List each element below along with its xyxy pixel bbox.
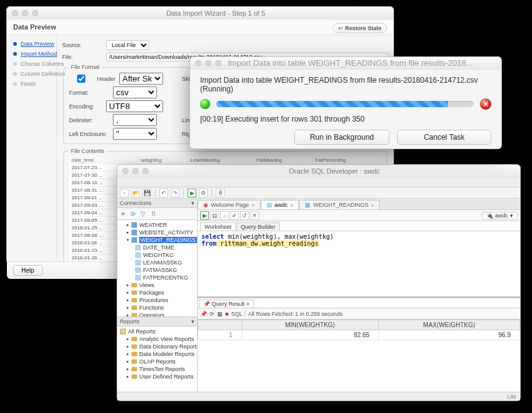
step-data-preview[interactable]: Data Preview: [12, 39, 54, 49]
svg-rect-24: [132, 367, 137, 371]
restore-state-button[interactable]: Restore State: [332, 23, 387, 33]
sqldev-toolbar: ▫ 📂 💾 ↶ ↷ ▶ ⚙ 🛢: [117, 187, 520, 199]
expand-icon[interactable]: ▸: [127, 230, 129, 235]
table-node-weather[interactable]: ▸ WEATHER: [126, 221, 194, 229]
delimiter-select[interactable]: ,: [113, 114, 157, 126]
refresh-icon[interactable]: ⟳: [210, 311, 215, 317]
open-icon[interactable]: 📂: [131, 189, 140, 197]
folder-node-functions[interactable]: ▸Functions: [126, 304, 194, 311]
undo-icon[interactable]: ↶: [159, 189, 168, 197]
new-icon[interactable]: ▫: [120, 189, 129, 197]
tab-weight-readings[interactable]: ▦WEIGHT_READINGS×: [299, 200, 380, 209]
stop-task-icon[interactable]: ✕: [480, 98, 491, 110]
progress-title: Import Data into table WEIGHT_READINGS f…: [226, 58, 496, 68]
column-node[interactable]: WEIGHTKG: [135, 251, 194, 259]
sqldev-menubar[interactable]: [117, 177, 520, 187]
reports-item[interactable]: ▸Analytic View Reports: [126, 335, 194, 343]
folder-node-operators[interactable]: ▸Operators: [126, 311, 194, 316]
header-checkbox[interactable]: [72, 75, 91, 83]
reports-item[interactable]: ▸OLAP Reports: [126, 358, 194, 365]
subtab-worksheet[interactable]: Worksheet: [200, 222, 236, 231]
folder-node-views[interactable]: ▸Views: [126, 281, 194, 289]
close-tab-icon[interactable]: ×: [247, 301, 250, 307]
reports-item[interactable]: ▸Data Modeler Reports: [126, 350, 194, 358]
cog-icon[interactable]: ⚙: [199, 189, 208, 197]
subtab-query-builder[interactable]: Query Builder: [237, 222, 280, 231]
column-node[interactable]: FATMASSKG: [135, 266, 194, 274]
run-script-icon[interactable]: ▤: [210, 211, 219, 220]
zoom-icon[interactable]: [215, 60, 221, 66]
format-select[interactable]: csv: [113, 86, 157, 98]
commit-icon[interactable]: ✔: [230, 211, 239, 220]
progress-bar: [216, 101, 474, 107]
reports-tree[interactable]: All Reports ▸Analytic View Reports ▸Data…: [117, 327, 197, 392]
folder-node-packages[interactable]: ▸Packages: [126, 289, 194, 296]
subtab-query-result[interactable]: 📌 Query Result ×: [199, 300, 254, 308]
clear-icon[interactable]: ✕: [250, 211, 259, 220]
folder-node-procedures[interactable]: ▸Procedures: [126, 296, 194, 304]
cancel-task-button[interactable]: Cancel Task: [397, 130, 491, 145]
column-node[interactable]: LEANMASSKG: [135, 259, 194, 266]
sql-editor[interactable]: select min(weightkg), max(weightkg) from…: [198, 231, 520, 298]
stop-icon[interactable]: ■: [225, 311, 228, 317]
svg-rect-5: [132, 222, 137, 227]
help-button[interactable]: Help: [13, 265, 43, 276]
pin-icon[interactable]: 📌: [200, 311, 207, 317]
svg-rect-20: [132, 337, 137, 341]
refresh-icon[interactable]: ⟳: [129, 209, 137, 218]
close-tab-icon[interactable]: ×: [252, 202, 255, 208]
left-enclosure-select[interactable]: ": [113, 128, 157, 140]
export-icon[interactable]: ▦: [217, 311, 223, 317]
window-traffic-lights[interactable]: [195, 60, 221, 66]
zoom-icon[interactable]: [32, 10, 38, 16]
run-in-background-button[interactable]: Run in Background: [294, 130, 390, 145]
tab-welcome[interactable]: ◉Welcome Page×: [198, 200, 260, 209]
column-node[interactable]: DATE_TIME: [135, 244, 194, 251]
encoding-select[interactable]: UTF8: [106, 100, 163, 112]
minimize-icon[interactable]: [132, 168, 139, 174]
reports-item[interactable]: ▸User Defined Reports: [126, 373, 194, 380]
run-statement-icon[interactable]: ▶: [200, 211, 209, 220]
connection-picker[interactable]: 🔌 awdc ▾: [482, 212, 518, 219]
explain-icon[interactable]: ⌕: [220, 211, 229, 220]
collapse-icon[interactable]: ▾: [127, 238, 129, 243]
panel-menu-icon[interactable]: ▾: [191, 200, 194, 206]
expand-icon[interactable]: ▸: [127, 222, 129, 227]
close-icon[interactable]: [12, 10, 18, 16]
tab-awdc[interactable]: ▤awdc×: [261, 200, 299, 209]
table-node-weight-readings[interactable]: ▾ WEIGHT_READINGS: [126, 236, 194, 244]
after-skip-select[interactable]: After Skip: [119, 73, 163, 85]
sqldev-statusbar: Lite: [117, 392, 520, 400]
run-icon[interactable]: ▶: [188, 189, 196, 197]
reports-all[interactable]: All Reports: [120, 328, 194, 335]
step-import-method[interactable]: Import Method: [12, 49, 54, 59]
minimize-icon[interactable]: [22, 10, 28, 16]
zoom-icon[interactable]: [142, 168, 149, 174]
panel-menu-icon[interactable]: ▾: [191, 318, 194, 325]
query-result-table: MIN(WEIGHTKG) MAX(WEIGHTKG) 1 82.65 96.9: [198, 320, 520, 340]
worksheet-toolbar: ▶ ▤ ⌕ ✔ ↺ ✕ 🔌 awdc ▾: [198, 210, 520, 221]
window-traffic-lights[interactable]: [122, 168, 149, 174]
new-connection-icon[interactable]: ＋: [119, 209, 127, 218]
reports-item[interactable]: ▸Data Dictionary Reports: [126, 343, 194, 350]
close-tab-icon[interactable]: ×: [371, 202, 374, 208]
close-icon[interactable]: [122, 168, 129, 174]
minimize-icon[interactable]: [205, 60, 211, 66]
reports-item[interactable]: ▸TimesTen Reports: [126, 365, 194, 373]
pin-icon[interactable]: 📌: [203, 301, 210, 307]
save-icon[interactable]: 💾: [142, 189, 151, 197]
close-icon[interactable]: [195, 60, 201, 66]
table-row[interactable]: 1 82.65 96.9: [198, 330, 520, 340]
source-select[interactable]: Local File: [106, 40, 149, 50]
collapse-icon[interactable]: ⠿: [149, 209, 157, 218]
db-icon[interactable]: 🛢: [216, 189, 225, 197]
column-node[interactable]: FATPERCENTKG: [135, 274, 194, 281]
file-contents-legend: File Contents: [69, 148, 106, 154]
window-traffic-lights[interactable]: [12, 10, 38, 16]
redo-icon[interactable]: ↷: [171, 189, 179, 197]
rollback-icon[interactable]: ↺: [240, 211, 249, 220]
connections-tree[interactable]: ▸ WEATHER ▸ WEBSITE_ACTIVITY ▾ WEIGHT_RE…: [117, 220, 197, 316]
filter-icon[interactable]: ▽: [139, 209, 147, 218]
table-node-website-activity[interactable]: ▸ WEBSITE_ACTIVITY: [126, 229, 194, 236]
close-tab-icon[interactable]: ×: [290, 202, 294, 208]
